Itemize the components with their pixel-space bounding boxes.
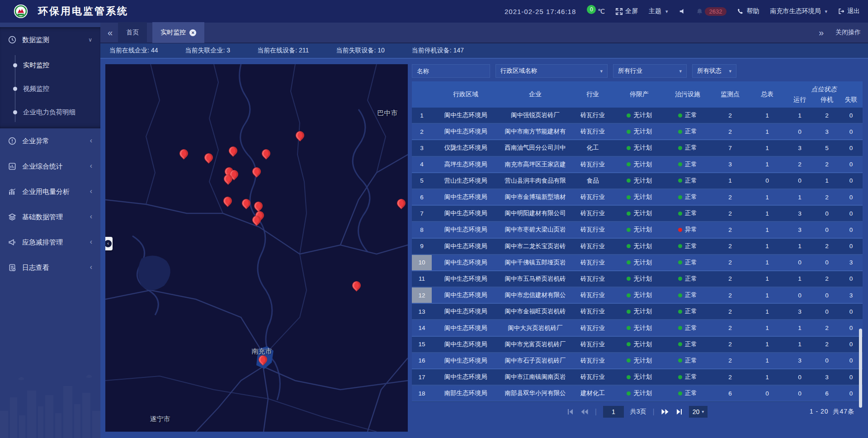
- theme-dropdown[interactable]: 主题: [649, 7, 668, 15]
- bar-chart-icon: [8, 188, 16, 196]
- cell-production-status-label: 无计划: [633, 193, 652, 201]
- cell-facility-status: 正常: [664, 337, 711, 352]
- cell-company: 阆中强锐页岩砖厂: [500, 108, 571, 123]
- sidebar-item-video-monitoring[interactable]: 视频监控: [0, 77, 100, 100]
- table-row[interactable]: 12阆中生态环境局阆中市忠信建材有限公砖瓦行业无计划正常21003: [412, 287, 863, 304]
- table-row[interactable]: 8阆中生态环境局阆中市枣碧大梁山页岩砖瓦行业无计划异常21300: [412, 222, 863, 238]
- next-page-button[interactable]: [661, 409, 669, 415]
- chevron-left-icon: [90, 163, 92, 170]
- cell-stop-count: 2: [814, 157, 840, 172]
- cell-stop-count: 5: [814, 140, 840, 155]
- last-page-button[interactable]: [675, 409, 683, 415]
- cell-total-count: 1: [749, 304, 785, 319]
- table-row[interactable]: 15阆中生态环境局阆中市光富页岩机砖厂砖瓦行业无计划正常21120: [412, 337, 863, 353]
- industry-filter-value: 所有行业: [618, 67, 642, 75]
- sidebar-group-emergency-reduction[interactable]: 应急减排管理: [0, 230, 100, 255]
- map-collapse-button[interactable]: [105, 237, 113, 250]
- cell-monitor-count: 2: [711, 124, 749, 139]
- table-row[interactable]: 3仪陇生态环境局西南油气田分公司川中化工无计划正常71350: [412, 140, 863, 156]
- table-row[interactable]: 6阆中生态环境局阆中市金博瑞新型墙材砖瓦行业无计划正常21120: [412, 189, 863, 206]
- prev-page-button[interactable]: [580, 409, 589, 415]
- table-row[interactable]: 4高坪生态环境局南充市高坪区王家店建砖瓦行业无计划正常31220: [412, 157, 863, 173]
- gauge-icon: [8, 36, 16, 44]
- sidebar-group-power-analysis[interactable]: 企业用电量分析: [0, 179, 100, 204]
- status-dot-icon: [627, 391, 631, 396]
- table-row[interactable]: 14阆中生态环境局阆中大兴页岩机砖厂砖瓦行业无计划正常21120: [412, 320, 863, 336]
- table-row[interactable]: 9阆中生态环境局阆中市二龙长宝页岩砖砖瓦行业无计划正常21120: [412, 239, 863, 255]
- notifications[interactable]: 2632: [696, 7, 727, 16]
- sidebar-submenu: 实时监控 视频监控 企业电力负荷明细: [0, 52, 100, 128]
- table-row[interactable]: 18南部生态环境局南部县双华小河有限公建材化工无计划正常60060: [412, 386, 863, 402]
- app-logo-icon: [14, 4, 28, 19]
- sidebar-item-label: 企业电力负荷明细: [23, 108, 75, 117]
- table-row[interactable]: 10阆中生态环境局阆中千佛镇五郎垭页岩砖瓦行业无计划正常21003: [412, 255, 863, 271]
- status-dot-icon: [678, 293, 682, 297]
- sidebar-group-base-data[interactable]: 基础数据管理: [0, 204, 100, 230]
- tabs-scroll-left-icon[interactable]: [108, 28, 113, 38]
- tab-realtime-monitoring[interactable]: 实时监控: [152, 22, 204, 43]
- status-dot-icon: [627, 358, 631, 363]
- sound-toggle[interactable]: [679, 8, 685, 14]
- cell-monitor-count: 2: [711, 304, 749, 319]
- name-filter-input[interactable]: [412, 64, 490, 78]
- sidebar-group-log-view[interactable]: 日志查看: [0, 255, 100, 280]
- cell-facility-status-label: 正常: [685, 209, 697, 217]
- table-row[interactable]: 5营山生态环境局营山县润丰肉食品有限食品无计划正常10010: [412, 173, 863, 189]
- sidebar-group-label: 应急减排管理: [22, 238, 63, 247]
- row-number: 16: [412, 353, 432, 368]
- status-count-label: 当前停机设备:: [412, 47, 452, 54]
- page-number-input[interactable]: 1: [603, 406, 624, 418]
- sidebar-item-realtime-monitoring[interactable]: 实时监控: [0, 53, 100, 77]
- cell-company: 南部县双华小河有限公: [500, 386, 571, 401]
- table-row[interactable]: 16阆中生态环境局阆中市石子页岩机砖厂砖瓦行业无计划正常21300: [412, 353, 863, 369]
- tabs-scroll-right-icon[interactable]: [819, 28, 824, 38]
- cell-production-status: 无计划: [614, 369, 664, 385]
- map-city-label: 南充市: [252, 347, 272, 356]
- table-row[interactable]: 2阆中生态环境局阆中市南方节能建材有砖瓦行业无计划正常21030: [412, 124, 863, 140]
- row-number: 15: [412, 337, 432, 352]
- first-page-button[interactable]: [567, 409, 574, 415]
- cell-run-count: 0: [785, 124, 814, 139]
- sidebar-group-label: 基础数据管理: [22, 213, 63, 221]
- org-dropdown[interactable]: 南充市生态环境局: [770, 7, 827, 15]
- cell-run-count: 1: [785, 337, 814, 352]
- status-dot-icon: [627, 195, 631, 199]
- exit-icon: [838, 8, 844, 14]
- table-row[interactable]: 7阆中生态环境局阆中明阳建材有限公司砖瓦行业无计划正常21300: [412, 206, 863, 222]
- row-number: 12: [412, 287, 432, 303]
- cell-production-status-label: 无计划: [633, 144, 652, 152]
- table-row[interactable]: 13阆中生态环境局阆中市金福旺页岩机砖砖瓦行业无计划正常21300: [412, 304, 863, 320]
- fullscreen-button[interactable]: 全屏: [616, 7, 638, 15]
- divider: |: [595, 408, 597, 416]
- sidebar-item-power-load-detail[interactable]: 企业电力负荷明细: [0, 100, 100, 124]
- cell-production-status: 无计划: [614, 222, 664, 237]
- state-filter-value: 所有状态: [697, 67, 722, 75]
- exit-button[interactable]: 退出: [838, 7, 860, 15]
- cell-industry: 砖瓦行业: [571, 320, 614, 335]
- cell-total-count: 1: [749, 124, 785, 139]
- close-operations-button[interactable]: 关闭操作: [835, 28, 861, 37]
- sidebar-group-enterprise-abnormal[interactable]: 企业异常: [0, 128, 100, 154]
- map-panel[interactable]: 巴中市南充市遂宁市: [105, 64, 408, 432]
- cell-lost-count: 0: [840, 108, 863, 123]
- sidebar-group-enterprise-statistics[interactable]: 企业综合统计: [0, 154, 100, 179]
- status-dot-icon: [678, 130, 682, 134]
- table-row[interactable]: 1阆中生态环境局阆中强锐页岩砖厂砖瓦行业无计划正常21120: [412, 108, 863, 124]
- tab-close-icon[interactable]: [189, 29, 196, 36]
- state-filter-select[interactable]: 所有状态: [692, 64, 736, 78]
- region-filter-select[interactable]: 行政区域名称: [495, 64, 608, 78]
- table-row[interactable]: 11阆中生态环境局阆中市五马桥页岩机砖砖瓦行业无计划正常21120: [412, 271, 863, 287]
- sidebar-group-data-monitoring[interactable]: 数据监测: [0, 27, 100, 52]
- status-count: 当前失联企业:3: [185, 47, 230, 55]
- table-scrollbar[interactable]: [859, 329, 862, 408]
- tab-home[interactable]: 首页: [118, 22, 147, 43]
- table-row[interactable]: 17阆中生态环境局阆中市江南镇阆南页岩砖瓦行业无计划正常21030: [412, 369, 863, 386]
- cell-facility-status: 正常: [664, 320, 711, 335]
- cell-lost-count: 0: [840, 304, 863, 319]
- chevron-left-icon: [90, 264, 92, 271]
- page-size-select[interactable]: 20: [689, 406, 708, 418]
- industry-filter-select[interactable]: 所有行业: [613, 64, 687, 78]
- cell-facility-status: 正常: [664, 124, 711, 139]
- cell-company: 南充市高坪区王家店建: [500, 157, 571, 172]
- help-button[interactable]: 帮助: [737, 7, 759, 15]
